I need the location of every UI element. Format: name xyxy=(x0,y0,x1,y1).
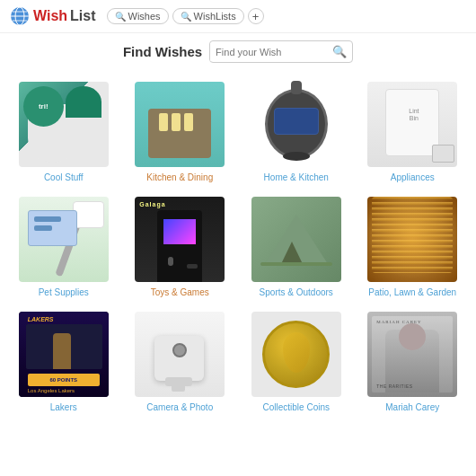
appliances-image: LintBin xyxy=(363,79,462,169)
search-label: Find Wishes xyxy=(123,44,202,59)
kitchen-dining-label: Kitchen & Dining xyxy=(146,172,213,183)
cool-stuff-label: Cool Stuff xyxy=(44,172,84,183)
list-item[interactable]: Patio, Lawn & Garden xyxy=(355,189,472,304)
kitchen-dining-image xyxy=(130,79,229,169)
camera-photo-image xyxy=(130,309,229,399)
lakers-image: LAKERS 60 POINTS Los Angeles Lakers xyxy=(14,309,113,399)
camera-photo-label: Camera & Photo xyxy=(146,402,213,413)
add-tab-button[interactable]: + xyxy=(248,8,264,24)
cool-stuff-image: tri! xyxy=(14,79,113,169)
list-item[interactable]: Home & Kitchen xyxy=(238,74,355,189)
logo-list: List xyxy=(70,8,95,24)
mariah-carey-label: Mariah Carey xyxy=(385,402,439,413)
list-item[interactable]: Kitchen & Dining xyxy=(122,74,239,189)
wishes-search-icon: 🔍 xyxy=(115,12,126,22)
toys-games-label: Toys & Games xyxy=(151,287,209,298)
collectible-coins-label: Collectible Coins xyxy=(263,402,330,413)
tab-wishlists[interactable]: 🔍 WishLists xyxy=(172,8,244,24)
pet-supplies-label: Pet Supplies xyxy=(39,287,89,298)
appliances-label: Appliances xyxy=(391,172,435,183)
home-kitchen-image xyxy=(247,79,346,169)
home-kitchen-label: Home & Kitchen xyxy=(264,172,329,183)
header: WishList 🔍 Wishes 🔍 WishLists + xyxy=(0,0,476,33)
patio-lawn-garden-label: Patio, Lawn & Garden xyxy=(368,287,456,298)
search-input[interactable] xyxy=(210,43,327,61)
list-item[interactable]: Galaga Toys & Games xyxy=(122,189,239,304)
toys-games-image: Galaga xyxy=(130,194,229,284)
list-item[interactable]: tri! Cool Stuff xyxy=(5,74,122,189)
mariah-carey-image: MARIAH CAREY THE RARITIES xyxy=(363,309,462,399)
logo[interactable]: WishList xyxy=(9,5,96,27)
search-input-wrap: 🔍 xyxy=(209,40,353,63)
list-item[interactable]: Camera & Photo xyxy=(122,304,239,419)
list-item[interactable]: MARIAH CAREY THE RARITIES Mariah Carey xyxy=(355,304,472,419)
tab-wishes[interactable]: 🔍 Wishes xyxy=(107,8,169,24)
patio-lawn-garden-image xyxy=(363,194,462,284)
search-bar: Find Wishes 🔍 xyxy=(0,33,476,70)
list-item[interactable]: Collectible Coins xyxy=(238,304,355,419)
list-item[interactable]: Sports & Outdoors xyxy=(238,189,355,304)
pet-supplies-image xyxy=(14,194,113,284)
nav-tabs: 🔍 Wishes 🔍 WishLists + xyxy=(107,8,264,24)
list-item[interactable]: LintBin Appliances xyxy=(355,74,472,189)
sports-outdoors-label: Sports & Outdoors xyxy=(260,287,333,298)
logo-wish: Wish xyxy=(33,8,67,24)
collectible-coins-image xyxy=(247,309,346,399)
lakers-label: Lakers xyxy=(50,402,77,413)
list-item[interactable]: LAKERS 60 POINTS Los Angeles Lakers Lake… xyxy=(5,304,122,419)
sports-outdoors-image xyxy=(247,194,346,284)
globe-icon xyxy=(9,5,31,27)
tab-wishes-label: Wishes xyxy=(128,11,161,22)
search-button[interactable]: 🔍 xyxy=(327,41,352,62)
tab-wishlists-label: WishLists xyxy=(194,11,236,22)
category-grid: tri! Cool Stuff Kitchen & Dining xyxy=(0,70,476,422)
wishlists-search-icon: 🔍 xyxy=(181,12,191,22)
list-item[interactable]: Pet Supplies xyxy=(5,189,122,304)
